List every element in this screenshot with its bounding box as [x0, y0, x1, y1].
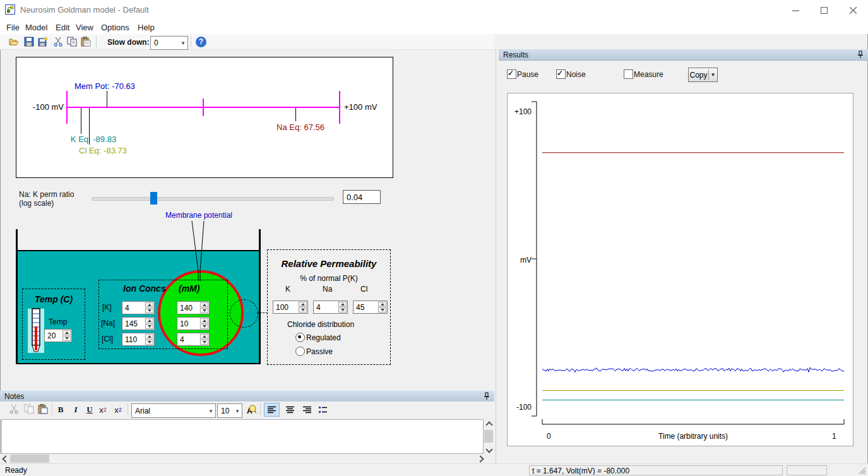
pin-icon[interactable]	[856, 51, 865, 59]
notes-vertical-scrollbar[interactable]	[484, 419, 494, 454]
dropdown-arrow-icon	[179, 40, 187, 46]
results-panel-header: Results	[499, 49, 868, 61]
spin-down-icon[interactable]	[200, 324, 208, 329]
panel-splitter[interactable]	[496, 49, 496, 463]
save-as-icon[interactable]	[38, 37, 48, 47]
spin-down-icon[interactable]	[145, 340, 153, 345]
spin-up-icon[interactable]	[378, 302, 386, 307]
spin-up-icon[interactable]	[200, 302, 208, 307]
menu-model[interactable]: Model	[23, 21, 50, 33]
x-axis	[542, 419, 844, 424]
spin-down-icon[interactable]	[200, 308, 208, 313]
close-button[interactable]	[843, 4, 862, 16]
align-right-button[interactable]	[299, 403, 315, 417]
notes-horizontal-scrollbar[interactable]	[0, 454, 494, 463]
copy-icon[interactable]	[67, 37, 77, 47]
menu-file[interactable]: File	[4, 21, 22, 33]
scroll-up-icon[interactable]	[485, 421, 492, 428]
minimize-button[interactable]	[786, 4, 805, 16]
spin-down-icon[interactable]	[145, 308, 153, 313]
main-toolbar: Slow down: 0 ?	[0, 34, 494, 50]
regulated-radio[interactable]	[295, 333, 305, 342]
voltage-scale-canvas: -100 mV +100 mV Mem Pot: -70.63K Eq: -89…	[16, 57, 393, 178]
spin-down-icon[interactable]	[378, 307, 386, 312]
font-family-dropdown[interactable]: Arial	[131, 403, 216, 418]
paste-icon[interactable]	[81, 37, 91, 47]
menu-view[interactable]: View	[73, 21, 96, 33]
scale-max-label: +100 mV	[344, 102, 377, 112]
paste-icon[interactable]	[38, 404, 48, 414]
spin-up-icon[interactable]	[338, 302, 347, 307]
scroll-right-icon[interactable]	[477, 455, 484, 462]
k-inside-spinner[interactable]: 140	[177, 301, 210, 314]
measure-checkbox[interactable]	[624, 69, 633, 79]
resize-grip-icon[interactable]	[859, 467, 866, 475]
cl-inside-spinner[interactable]: 4	[177, 333, 210, 346]
superscript-button[interactable]: x2	[96, 403, 110, 417]
dropdown-arrow-icon	[206, 408, 215, 414]
passive-radio[interactable]	[295, 347, 305, 356]
spin-down-icon[interactable]	[338, 307, 347, 312]
slow-down-dropdown[interactable]: 0	[150, 36, 188, 50]
scroll-down-icon[interactable]	[485, 446, 492, 453]
scroll-left-icon[interactable]	[2, 455, 9, 462]
perm-ratio-slider-track[interactable]	[92, 197, 334, 201]
spin-down-icon[interactable]	[299, 307, 307, 312]
spin-down-icon[interactable]	[200, 340, 208, 345]
align-center-button[interactable]	[282, 403, 298, 417]
spin-up-icon[interactable]	[145, 334, 153, 339]
cut-icon[interactable]	[9, 404, 19, 414]
temp-spinner[interactable]: 20	[44, 329, 72, 342]
noise-checkbox[interactable]	[556, 69, 566, 79]
copy-icon[interactable]	[24, 404, 34, 414]
tank-wall-left	[16, 229, 18, 364]
slow-down-label: Slow down:	[107, 38, 150, 47]
align-center-icon	[286, 406, 295, 414]
na-outside-spinner[interactable]: 145	[122, 317, 155, 330]
maximize-button[interactable]	[814, 4, 833, 16]
subscript-button[interactable]: x2	[111, 403, 125, 417]
permeability-title: Relative Permeability	[268, 258, 390, 269]
mem_pot-marker-label: Mem Pot: -70.63	[35, 81, 174, 91]
pause-checkbox[interactable]	[507, 69, 516, 79]
notes-panel-header: Notes	[0, 391, 494, 402]
k-outside-spinner[interactable]: 4	[122, 301, 155, 314]
perm-ratio-value-field[interactable]: 0.04	[343, 190, 381, 204]
perm-ratio-slider-thumb[interactable]	[150, 192, 157, 205]
spin-up-icon[interactable]	[62, 330, 71, 335]
spin-up-icon[interactable]	[299, 302, 307, 307]
spin-up-icon[interactable]	[200, 334, 208, 339]
scrollbar-thumb[interactable]	[484, 430, 493, 443]
noise-label: Noise	[566, 70, 586, 79]
font-zoom-icon[interactable]: A	[246, 405, 256, 415]
bold-button[interactable]: B	[54, 403, 68, 417]
spin-up-icon[interactable]	[200, 318, 208, 323]
italic-button[interactable]: I	[69, 403, 83, 417]
copy-button[interactable]: Copy	[688, 68, 718, 82]
pin-icon[interactable]	[482, 392, 491, 401]
open-file-icon[interactable]	[9, 37, 19, 47]
scrollbar-thumb[interactable]	[10, 455, 49, 463]
menu-edit[interactable]: Edit	[53, 21, 72, 33]
help-icon[interactable]: ?	[196, 37, 206, 47]
save-icon[interactable]	[24, 37, 34, 47]
bullet-list-button[interactable]	[315, 403, 331, 417]
slow-down-value: 0	[151, 39, 179, 47]
spin-down-icon[interactable]	[145, 324, 153, 329]
perm-k-spinner[interactable]: 100	[273, 300, 308, 314]
notes-text-area[interactable]	[1, 419, 484, 454]
spin-down-icon[interactable]	[62, 336, 71, 341]
menu-help[interactable]: Help	[135, 21, 157, 33]
spin-up-icon[interactable]	[145, 302, 153, 307]
spin-up-icon[interactable]	[145, 318, 153, 323]
cl-outside-spinner[interactable]: 110	[122, 333, 155, 346]
menu-options[interactable]: Options	[98, 21, 132, 33]
font-size-dropdown[interactable]: 10	[217, 403, 242, 418]
align-left-button[interactable]	[264, 403, 280, 417]
cut-icon[interactable]	[53, 37, 63, 47]
perm-na-spinner[interactable]: 4	[313, 300, 348, 314]
na-inside-spinner[interactable]: 10	[177, 317, 210, 330]
underline-button[interactable]: U	[83, 403, 97, 417]
dropdown-arrow-icon[interactable]	[709, 72, 717, 78]
perm-cl-spinner[interactable]: 45	[353, 300, 388, 314]
